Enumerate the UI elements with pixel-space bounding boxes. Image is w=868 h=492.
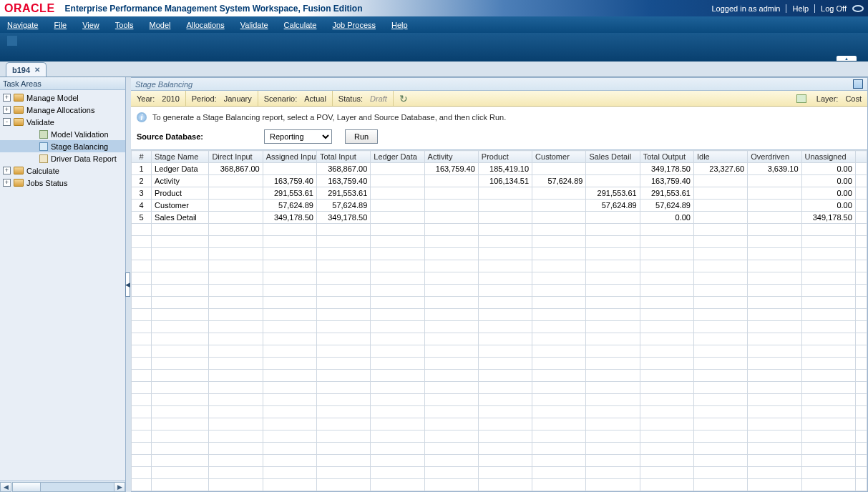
empty-cell — [748, 358, 801, 370]
logoff-link[interactable]: Log Off — [821, 4, 847, 13]
empty-cell — [316, 345, 370, 358]
app-title: Enterprise Performance Management System… — [65, 4, 363, 14]
menu-allocations[interactable]: Allocations — [186, 21, 224, 29]
empty-cell — [478, 297, 532, 309]
empty-cell — [424, 272, 478, 285]
empty-cell — [478, 260, 532, 272]
pov-scenario-value[interactable]: Actual — [304, 94, 326, 103]
tree-node-validate[interactable]: -Validate — [0, 116, 125, 128]
table-row[interactable]: 3Product291,553.61291,553.61291,553.6129… — [132, 187, 867, 200]
pov-year-value[interactable]: 2010 — [162, 94, 179, 103]
empty-cell — [371, 394, 424, 406]
task-h-scrollbar[interactable]: ◀ ▶ — [0, 481, 125, 492]
col-header-customer[interactable]: Customer — [532, 151, 586, 163]
empty-cell — [152, 431, 209, 443]
empty-cell — [478, 309, 532, 321]
empty-cell — [640, 333, 693, 345]
scrollbar-gutter — [855, 200, 867, 212]
table-row[interactable]: 2Activity163,759.40163,759.40106,134.515… — [132, 175, 867, 187]
refresh-icon[interactable]: ↻ — [394, 93, 414, 104]
empty-cell — [424, 260, 478, 272]
document-tab[interactable]: b194 ✕ — [6, 62, 47, 77]
expand-icon[interactable]: + — [3, 179, 11, 187]
col-header--[interactable]: # — [132, 151, 152, 163]
col-header-assigned-input[interactable]: Assigned Input — [263, 151, 316, 163]
expand-icon[interactable]: + — [3, 167, 11, 174]
col-header-idle[interactable]: Idle — [693, 151, 747, 163]
menu-validate[interactable]: Validate — [240, 21, 268, 29]
col-header-product[interactable]: Product — [478, 151, 532, 163]
col-header-ledger-data[interactable]: Ledger Data — [371, 151, 424, 163]
scroll-right-icon[interactable]: ▶ — [114, 482, 125, 492]
col-header-total-output[interactable]: Total Output — [640, 151, 693, 163]
table-row[interactable]: 1Ledger Data368,867.00368,867.00163,759.… — [132, 163, 867, 175]
empty-cell — [855, 455, 867, 467]
folder-icon — [14, 118, 24, 126]
menu-tools[interactable]: Tools — [115, 21, 134, 29]
empty-cell — [263, 224, 316, 236]
empty-cell — [371, 431, 424, 443]
empty-cell — [855, 309, 867, 321]
cell-sales — [586, 175, 640, 187]
folder-icon — [14, 106, 24, 114]
empty-cell — [132, 455, 152, 467]
home-icon[interactable] — [7, 36, 17, 46]
scroll-left-icon[interactable]: ◀ — [0, 482, 11, 492]
menu-job-process[interactable]: Job Process — [332, 21, 376, 29]
tree-node-calculate[interactable]: +Calculate — [0, 164, 125, 177]
empty-cell — [371, 260, 424, 272]
col-header-stage-name[interactable]: Stage Name — [152, 151, 209, 163]
empty-cell — [263, 321, 316, 333]
col-header-overdriven[interactable]: Overdriven — [748, 151, 801, 163]
pov-layer-value[interactable]: Cost — [845, 94, 862, 103]
tree-node-stage-balancing[interactable]: Stage Balancing — [0, 140, 125, 152]
tree-node-driver-data-report[interactable]: Driver Data Report — [0, 152, 125, 164]
main-menu: NavigateFileViewToolsModelAllocationsVal… — [0, 16, 868, 33]
empty-cell — [316, 455, 370, 467]
menu-model[interactable]: Model — [150, 21, 171, 29]
close-icon[interactable]: ✕ — [34, 66, 40, 74]
col-header-unassigned[interactable]: Unassigned — [801, 151, 855, 163]
col-header-sales-detail[interactable]: Sales Detail — [586, 151, 640, 163]
empty-cell — [586, 248, 640, 260]
empty-cell — [132, 358, 152, 370]
empty-row — [132, 285, 867, 297]
table-row[interactable]: 4Customer57,624.8957,624.8957,624.8957,6… — [132, 200, 867, 212]
tree-node-manage-allocations[interactable]: +Manage Allocations — [0, 104, 125, 116]
tree-node-manage-model[interactable]: +Manage Model — [0, 92, 125, 104]
tree-node-jobs-status[interactable]: +Jobs Status — [0, 177, 125, 189]
tree-node-model-validation[interactable]: Model Validation — [0, 128, 125, 140]
menu-navigate[interactable]: Navigate — [7, 21, 38, 29]
maximize-icon[interactable] — [853, 79, 863, 89]
empty-row — [132, 431, 867, 443]
run-button[interactable]: Run — [345, 129, 378, 144]
scroll-thumb[interactable] — [12, 482, 41, 492]
empty-cell — [693, 345, 747, 358]
empty-cell — [748, 309, 801, 321]
empty-cell — [263, 285, 316, 297]
empty-cell — [424, 333, 478, 345]
col-header-total-input[interactable]: Total Input — [316, 151, 370, 163]
menu-view[interactable]: View — [82, 21, 99, 29]
menu-help[interactable]: Help — [391, 21, 408, 29]
collapse-handle[interactable] — [837, 56, 857, 61]
pov-period-value[interactable]: January — [224, 94, 252, 103]
collapse-icon[interactable]: - — [3, 118, 11, 126]
menu-calculate[interactable]: Calculate — [284, 21, 317, 29]
empty-cell — [532, 358, 586, 370]
empty-cell — [640, 309, 693, 321]
controls-row: Source Database: Reporting Run — [131, 127, 867, 149]
source-db-select[interactable]: Reporting — [264, 129, 332, 144]
expand-icon[interactable]: + — [3, 94, 11, 102]
expand-icon[interactable]: + — [3, 106, 11, 114]
scroll-track[interactable] — [41, 482, 114, 492]
empty-cell — [855, 333, 867, 345]
panel-splitter[interactable]: ◀ — [126, 77, 131, 492]
col-header-activity[interactable]: Activity — [424, 151, 478, 163]
menu-file[interactable]: File — [54, 21, 67, 29]
help-link[interactable]: Help — [792, 4, 809, 13]
splitter-handle-icon[interactable]: ◀ — [125, 272, 130, 297]
col-header-direct-input[interactable]: Direct Input — [209, 151, 263, 163]
empty-cell — [263, 309, 316, 321]
table-row[interactable]: 5Sales Detail349,178.50349,178.500.00349… — [132, 212, 867, 224]
